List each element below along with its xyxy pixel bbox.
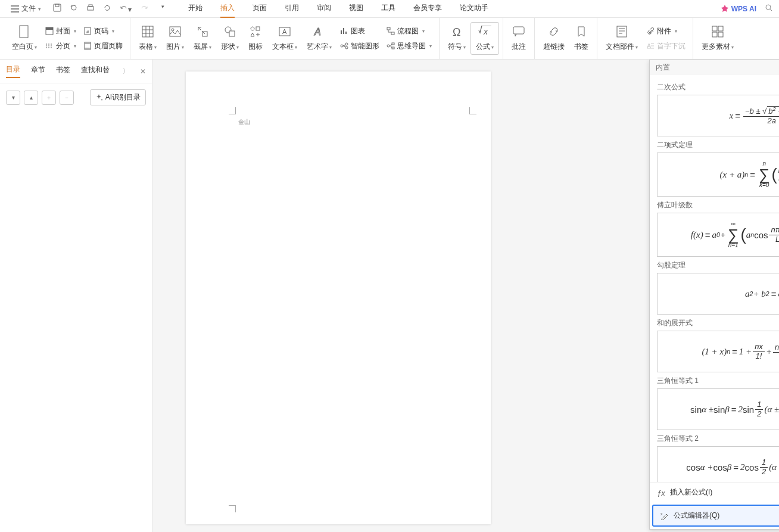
- table-button[interactable]: 表格▾: [134, 23, 161, 54]
- tab-insert[interactable]: 插入: [220, 0, 235, 18]
- equation-editor[interactable]: x 公式编辑器(Q): [652, 505, 779, 527]
- page-break-icon: [45, 42, 54, 50]
- document-page[interactable]: 金山: [186, 71, 491, 524]
- document-canvas[interactable]: 金山 内置 二次公式 x = −b ± √b2 − 4ac2a 二项式定理 (x…: [152, 60, 779, 532]
- tab-reference[interactable]: 引用: [285, 0, 299, 18]
- bookmark-icon: [575, 25, 588, 38]
- textbox-button[interactable]: A文本框▾: [267, 23, 302, 54]
- eq-label-quadratic: 二次公式: [657, 82, 779, 92]
- search-icon[interactable]: [765, 4, 773, 14]
- eq-binomial[interactable]: (x + a)n = n∑k=0 (nk) xkan−k: [657, 153, 779, 197]
- more-materials-button[interactable]: 更多素材▾: [697, 23, 739, 54]
- add-button[interactable]: ＋: [42, 91, 56, 105]
- header-footer-icon: [83, 42, 92, 50]
- close-icon[interactable]: ✕: [140, 67, 146, 76]
- sp-tab-bookmark[interactable]: 书签: [56, 65, 70, 77]
- screenshot-icon: [196, 25, 209, 38]
- hyperlink-button[interactable]: 超链接: [538, 23, 569, 54]
- page-number-icon: #: [83, 27, 92, 35]
- print-icon[interactable]: [86, 4, 95, 14]
- comment-button[interactable]: 批注: [507, 23, 531, 54]
- header-footer-button[interactable]: 页眉页脚: [80, 40, 126, 52]
- smartart-icon: [340, 42, 348, 50]
- eq-label-pythagoras: 勾股定理: [657, 260, 779, 270]
- dropdown-body[interactable]: 二次公式 x = −b ± √b2 − 4ac2a 二项式定理 (x + a)n…: [650, 75, 779, 482]
- expand-down-button[interactable]: ▾: [6, 91, 20, 105]
- bookmark-button[interactable]: 书签: [569, 23, 593, 54]
- svg-rect-21: [256, 27, 260, 30]
- svg-rect-8: [46, 27, 53, 30]
- tab-thesis[interactable]: 论文助手: [460, 0, 488, 18]
- page-break-button[interactable]: 分页▾: [42, 40, 80, 52]
- svg-text:A: A: [282, 28, 287, 35]
- svg-rect-15: [170, 27, 180, 36]
- page-number-button[interactable]: #页码▾: [80, 25, 126, 38]
- svg-point-26: [345, 43, 348, 45]
- remove-button[interactable]: －: [60, 91, 74, 105]
- sp-tab-chapter[interactable]: 章节: [31, 65, 45, 77]
- svg-point-20: [251, 27, 254, 30]
- ribbon: 空白页▾ 封面▾ 分页▾ #页码▾ 页眉页脚 表格▾ 图片▾ 截屏▾ 形状▾ 图…: [0, 18, 779, 60]
- file-menu[interactable]: 文件 ▾: [6, 4, 46, 14]
- symbol-button[interactable]: Ω符号▾: [443, 23, 470, 54]
- equation-button[interactable]: x公式▾: [470, 22, 499, 55]
- docparts-button[interactable]: 文档部件▾: [601, 23, 643, 54]
- ai-toc-button[interactable]: AI识别目录: [90, 89, 146, 105]
- shapes-button[interactable]: 形状▾: [216, 23, 244, 54]
- wordart-icon: A: [313, 25, 326, 38]
- flowchart-button[interactable]: 流程图▾: [383, 25, 435, 38]
- picture-button[interactable]: 图片▾: [161, 23, 189, 54]
- mindmap-button[interactable]: 思维导图▾: [383, 40, 435, 52]
- svg-rect-6: [20, 26, 28, 38]
- blank-page-icon: [18, 25, 31, 38]
- refresh-icon[interactable]: [103, 4, 111, 14]
- eq-fourier[interactable]: f(x) = a0 + ∞∑n=1 (an cosnπxL + bn sinnπ…: [657, 213, 779, 257]
- eq-expansion[interactable]: (1 + x)n = 1 + nx1! + n(n − 1)x22! + ⋯: [657, 331, 779, 372]
- svg-point-2: [71, 5, 76, 10]
- chevron-right-icon[interactable]: 〉: [123, 67, 129, 76]
- chart-button[interactable]: 图表: [336, 25, 383, 38]
- screenshot-button[interactable]: 截屏▾: [189, 23, 216, 54]
- eq-trig1[interactable]: sin α ± sin β = 2 sin12(α ± β) cos12(α ∓…: [657, 388, 779, 430]
- cover-icon: [45, 27, 54, 35]
- eq-trig2[interactable]: cos α + cos β = 2 cos12(α + β) cos12(α −…: [657, 446, 779, 482]
- svg-rect-40: [718, 26, 723, 31]
- sp-tab-find[interactable]: 查找和替: [81, 65, 110, 77]
- tab-page[interactable]: 页面: [253, 0, 267, 18]
- save-icon[interactable]: [53, 4, 61, 14]
- svg-text:x: x: [483, 27, 488, 36]
- collapse-up-button[interactable]: ▴: [24, 91, 38, 105]
- eq-label-fourier: 傅立叶级数: [657, 200, 779, 210]
- svg-rect-42: [718, 32, 723, 37]
- svg-rect-37: [617, 26, 627, 37]
- smartart-button[interactable]: 智能图形: [336, 40, 383, 52]
- tab-start[interactable]: 开始: [188, 0, 202, 18]
- wps-ai-button[interactable]: WPS AI: [721, 4, 756, 13]
- docparts-icon: [615, 25, 628, 38]
- icons-button[interactable]: 图标: [244, 23, 267, 54]
- svg-text:x: x: [660, 512, 663, 516]
- cover-button[interactable]: 封面▾: [42, 25, 80, 38]
- table-icon: [141, 25, 154, 38]
- attachment-button[interactable]: 附件▾: [643, 25, 689, 38]
- eq-pythagoras[interactable]: a2 + b2 = c2: [657, 273, 779, 315]
- sp-tab-toc[interactable]: 目录: [6, 64, 20, 78]
- svg-rect-36: [513, 27, 524, 34]
- redo-icon[interactable]: [140, 4, 148, 14]
- eq-quadratic[interactable]: x = −b ± √b2 − 4ac2a: [657, 95, 779, 136]
- tab-review[interactable]: 审阅: [317, 0, 331, 18]
- eq-label-binomial: 二项式定理: [657, 140, 779, 150]
- wordart-button[interactable]: A艺术字▾: [302, 23, 336, 54]
- tab-view[interactable]: 视图: [349, 0, 363, 18]
- print-preview-icon[interactable]: [70, 4, 78, 14]
- blank-page-button[interactable]: 空白页▾: [7, 23, 42, 54]
- tab-tools[interactable]: 工具: [381, 0, 395, 18]
- insert-new-equation[interactable]: ƒx 插入新公式(I): [650, 483, 779, 502]
- tab-member[interactable]: 会员专享: [413, 0, 442, 18]
- dropcap-button[interactable]: A首字下沉: [643, 40, 689, 52]
- symbol-icon: Ω: [450, 25, 463, 38]
- svg-rect-3: [88, 7, 94, 10]
- quick-more-icon[interactable]: ▾: [161, 4, 164, 14]
- undo-icon[interactable]: ▾: [120, 4, 132, 14]
- menubar: 文件 ▾ ▾ ▾ 开始 插入 页面 引用 审阅 视图 工具 会员专享 论文助手 …: [0, 0, 779, 18]
